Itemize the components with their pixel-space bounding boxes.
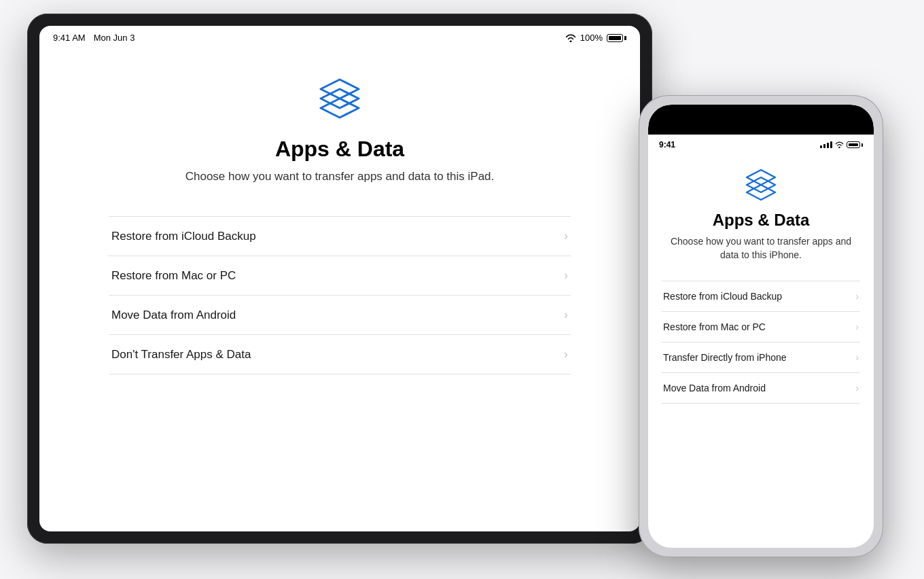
ipad-date: Mon Jun 3 [94,33,135,43]
iphone-option-label-3: Move Data from Android [663,383,766,393]
iphone-option-3[interactable]: Move Data from Android › [662,373,860,404]
apps-data-icon-ipad [315,74,364,123]
apps-data-icon-iphone [743,166,779,203]
iphone-battery-icon [847,141,863,148]
battery-icon [607,34,626,42]
iphone-chevron-0: › [855,291,859,302]
ipad-option-label-1: Restore from Mac or PC [111,269,236,283]
ipad-option-label-3: Don't Transfer Apps & Data [111,348,251,362]
iphone-screen: 9:41 [648,105,874,548]
ipad-options-list: Restore from iCloud Backup › Restore fro… [109,216,571,374]
iphone-notch-area [648,105,874,135]
chevron-icon-3: › [564,347,568,362]
ipad-option-2[interactable]: Move Data from Android › [109,296,571,335]
ipad-frame: 9:41 AM Mon Jun 3 100% [27,14,652,544]
wifi-icon [565,34,576,42]
iphone-wifi-icon [835,141,844,148]
ipad-status-right: 100% [565,33,626,43]
iphone-time: 9:41 [659,140,675,150]
iphone-chevron-1: › [855,321,859,332]
ipad-battery-percent: 100% [580,33,603,43]
ipad-option-label-0: Restore from iCloud Backup [111,230,256,243]
chevron-icon-0: › [564,229,568,243]
chevron-icon-1: › [564,268,568,283]
ipad-status-left: 9:41 AM Mon Jun 3 [53,33,135,43]
ipad-status-bar: 9:41 AM Mon Jun 3 100% [39,26,640,47]
iphone-notch [717,105,805,124]
iphone-option-label-1: Restore from Mac or PC [663,321,766,332]
iphone-content: Apps & Data Choose how you want to trans… [648,152,874,548]
iphone-option-0[interactable]: Restore from iCloud Backup › [662,281,860,312]
iphone-apps-subtitle: Choose how you want to transfer apps and… [662,235,860,262]
iphone-option-2[interactable]: Transfer Directly from iPhone › [662,343,860,373]
ipad-apps-title: Apps & Data [275,137,404,162]
ipad-option-label-2: Move Data from Android [111,309,236,322]
scene: 9:41 AM Mon Jun 3 100% [0,0,924,579]
iphone-option-label-2: Transfer Directly from iPhone [663,352,787,363]
ipad-option-0[interactable]: Restore from iCloud Backup › [109,217,571,256]
iphone-option-label-0: Restore from iCloud Backup [663,291,782,302]
iphone-apps-title: Apps & Data [713,211,810,230]
ipad-apps-subtitle: Choose how you want to transfer apps and… [185,170,495,183]
iphone-option-1[interactable]: Restore from Mac or PC › [662,312,860,343]
signal-bars-icon [820,141,832,148]
ipad-content: Apps & Data Choose how you want to trans… [39,47,640,531]
ipad-option-1[interactable]: Restore from Mac or PC › [109,256,571,296]
iphone-status-right [820,141,863,148]
iphone-chevron-3: › [855,383,859,393]
iphone-frame: 9:41 [639,95,883,557]
iphone-status-bar: 9:41 [648,135,874,152]
ipad-device: 9:41 AM Mon Jun 3 100% [27,14,652,544]
ipad-time: 9:41 AM [53,33,86,43]
iphone-chevron-2: › [855,352,859,363]
ipad-option-3[interactable]: Don't Transfer Apps & Data › [109,335,571,374]
iphone-device: 9:41 [639,95,883,557]
ipad-screen: 9:41 AM Mon Jun 3 100% [39,26,640,531]
iphone-options-list: Restore from iCloud Backup › Restore fro… [662,281,860,404]
chevron-icon-2: › [564,308,568,322]
